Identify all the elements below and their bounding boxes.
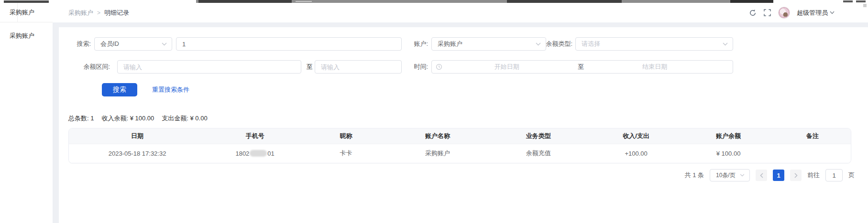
header-bar: 采购账户 > 明细记录 超级管理员: [53, 3, 868, 22]
phone-suffix: 01: [267, 150, 274, 157]
fullscreen-icon[interactable]: [763, 9, 771, 17]
range-to-separator: 至: [304, 60, 315, 74]
cell-date: 2023-05-18 17:32:32: [69, 144, 206, 163]
search-input-wrap: [176, 37, 402, 51]
col-nickname: 昵称: [304, 128, 388, 144]
search-type-select[interactable]: 会员ID: [94, 37, 172, 51]
scrollbar-thumb[interactable]: [863, 4, 867, 7]
chevron-down-icon: [723, 42, 728, 46]
summary-income: 收入余额: ¥ 100.00: [101, 114, 154, 123]
time-label: 时间:: [409, 60, 428, 74]
cell-biz-type: 余额充值: [487, 144, 590, 163]
search-type-value: 会员ID: [100, 40, 119, 48]
refresh-icon[interactable]: [748, 9, 757, 17]
top-fragment-left: [4, 0, 49, 3]
reset-search-link[interactable]: 重置搜索条件: [152, 85, 189, 94]
balance-range-label: 余额区间:: [68, 60, 110, 74]
summary-expense: 支出金额: ¥ 0.00: [162, 114, 207, 123]
chevron-down-icon: [830, 11, 835, 14]
pagination-total: 共 1 条: [685, 171, 704, 180]
col-biz-type: 业务类型: [487, 128, 590, 144]
sidebar-section-title[interactable]: 采购账户: [0, 3, 53, 22]
balance-type-label: 余额类型:: [539, 37, 572, 51]
account-select-value: 采购账户: [438, 40, 462, 48]
date-range-picker[interactable]: 开始日期 至 结束日期: [431, 60, 733, 74]
goto-unit: 页: [848, 171, 855, 180]
account-label: 账户:: [409, 37, 428, 51]
breadcrumb-item-current: 明细记录: [104, 9, 129, 17]
balance-max-input[interactable]: [315, 60, 402, 74]
top-cutoff-strip: [0, 0, 868, 3]
cell-nickname: 卡卡: [304, 144, 388, 163]
col-phone: 手机号: [206, 128, 304, 144]
sidebar-item-label: 采购账户: [10, 32, 34, 40]
search-input[interactable]: [176, 37, 402, 51]
phone-prefix: 1802: [235, 150, 249, 157]
date-start-placeholder[interactable]: 开始日期: [442, 63, 571, 71]
chevron-down-icon: [162, 42, 167, 46]
top-fragment-dark: [507, 0, 622, 3]
clock-icon: [436, 64, 442, 70]
top-fragment-dark: [730, 0, 773, 3]
col-remark: 备注: [774, 128, 851, 144]
top-fragment-dark: [198, 0, 292, 3]
top-fragment-right: [856, 0, 866, 2]
table-header-row: 日期 手机号 昵称 账户名称 业务类型 收入/支出 账户余额 备注: [69, 128, 851, 144]
page-size-select[interactable]: 10条/页: [710, 169, 750, 181]
phone-blur-mask: [250, 150, 267, 157]
balance-min-input[interactable]: [117, 60, 301, 74]
range-max-wrap: [315, 60, 402, 74]
page-size-value: 10条/页: [716, 171, 736, 180]
breadcrumb-separator-icon: >: [97, 10, 100, 16]
breadcrumb: 采购账户 > 明细记录: [53, 9, 129, 17]
sidebar-section-label: 采购账户: [10, 8, 34, 17]
breadcrumb-item-root[interactable]: 采购账户: [68, 9, 93, 17]
summary-bar: 总条数: 1 收入余额: ¥ 100.00 支出金额: ¥ 0.00: [68, 114, 208, 123]
next-page-button[interactable]: [790, 170, 802, 181]
user-name-label: 超级管理员: [797, 9, 828, 17]
balance-type-select[interactable]: 请选择: [575, 37, 733, 51]
prev-page-button[interactable]: [756, 170, 767, 181]
goto-label: 前往: [807, 171, 820, 180]
chevron-right-icon: [794, 173, 798, 178]
col-date: 日期: [69, 128, 206, 144]
cell-balance: ¥ 100.00: [682, 144, 774, 163]
balance-type-placeholder: 请选择: [582, 40, 600, 48]
user-avatar[interactable]: [778, 7, 790, 19]
range-min-wrap: [117, 60, 301, 74]
search-button[interactable]: 搜索: [102, 83, 137, 96]
cell-amount: +100.00: [590, 144, 683, 163]
sidebar-item-purchase-account[interactable]: 采购账户: [0, 26, 53, 45]
col-amount: 收入/支出: [590, 128, 683, 144]
table-row: 2023-05-18 17:32:32 180201 卡卡 采购账户 余额充值 …: [69, 144, 851, 163]
header-tools: 超级管理员: [748, 7, 868, 19]
col-account-name: 账户名称: [388, 128, 487, 144]
page-number-current[interactable]: 1: [773, 170, 784, 181]
date-end-placeholder[interactable]: 结束日期: [591, 63, 720, 71]
user-menu[interactable]: 超级管理员: [797, 9, 835, 17]
pagination: 共 1 条 10条/页 1 前往 页: [685, 169, 855, 181]
account-select[interactable]: 采购账户: [431, 37, 546, 51]
cell-phone: 180201: [206, 144, 304, 163]
search-label: 搜索:: [68, 37, 91, 51]
cell-account-name: 采购账户: [388, 144, 487, 163]
chevron-left-icon: [760, 173, 763, 178]
records-table: 日期 手机号 昵称 账户名称 业务类型 收入/支出 账户余额 备注 2023-0…: [68, 128, 851, 163]
col-balance: 账户余额: [682, 128, 774, 144]
top-fragment-right: [843, 0, 853, 2]
content-card: 搜索: 会员ID 账户: 采购账户 余额类型: 请选择 余额区间: 至 时间: …: [59, 27, 868, 223]
date-to-separator: 至: [571, 63, 591, 71]
cell-remark: [774, 144, 851, 163]
goto-page-input[interactable]: [825, 169, 843, 181]
chevron-down-icon: [740, 174, 745, 177]
top-fragment-text: [296, 1, 312, 2]
sidebar: 采购账户 采购账户: [0, 3, 53, 223]
summary-total: 总条数: 1: [68, 114, 94, 123]
